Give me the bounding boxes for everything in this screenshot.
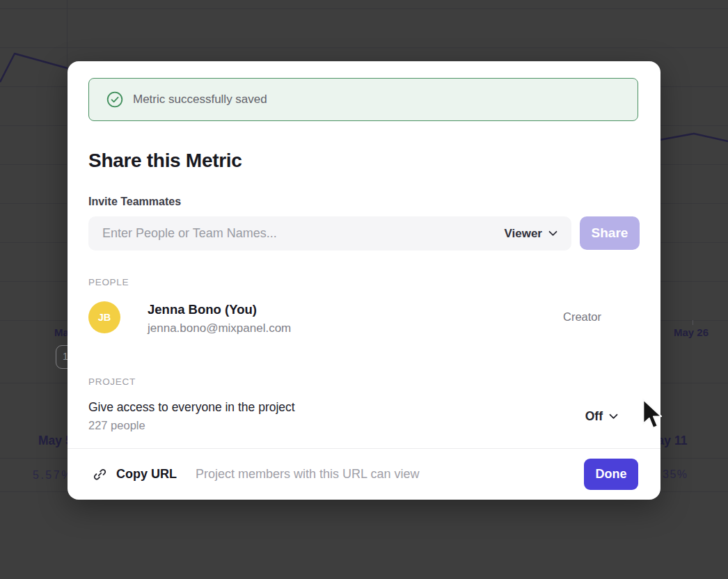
role-dropdown-value: Viewer	[504, 227, 542, 241]
project-access-dropdown[interactable]: Off	[585, 409, 618, 424]
avatar: JB	[88, 301, 120, 333]
role-dropdown[interactable]: Viewer	[504, 227, 557, 241]
chevron-down-icon	[609, 413, 618, 420]
chart-gridline	[0, 8, 728, 9]
invite-people-input[interactable]	[102, 226, 504, 241]
person-email: jenna.bono@mixpanel.com	[148, 322, 291, 335]
metric-value: 5.57%	[33, 469, 68, 482]
invite-field[interactable]: Viewer	[88, 216, 571, 251]
share-button[interactable]: Share	[580, 216, 640, 250]
person-row: JB Jenna Bono (You) jenna.bono@mixpanel.…	[88, 301, 640, 333]
people-section-label: PEOPLE	[88, 277, 129, 287]
footer-hint: Project members with this URL can view	[196, 467, 419, 482]
table-date-label: May 5	[38, 434, 68, 448]
x-axis-label: May 26	[674, 326, 709, 338]
chart-gridline	[0, 47, 728, 48]
share-metric-modal: Metric successfully saved Share this Met…	[68, 61, 660, 500]
modal-title: Share this Metric	[88, 150, 242, 172]
person-name: Jenna Bono (You)	[148, 302, 257, 317]
copy-url-label: Copy URL	[116, 467, 177, 482]
table-date-label: May 11	[660, 434, 692, 448]
link-icon	[93, 467, 107, 482]
chevron-down-icon	[548, 230, 557, 237]
invite-teammates-label: Invite Teammates	[88, 196, 181, 208]
project-people-count: 227 people	[88, 419, 145, 432]
person-role: Creator	[563, 310, 601, 324]
modal-footer: Copy URL Project members with this URL c…	[68, 449, 660, 500]
project-access-value: Off	[585, 409, 603, 424]
axis-tick	[693, 320, 693, 325]
project-section-label: PROJECT	[88, 376, 136, 387]
success-toast: Metric successfully saved	[88, 78, 638, 121]
invite-row: Viewer Share	[88, 216, 640, 251]
check-circle-icon	[106, 91, 123, 108]
project-access-title: Give access to everyone in the project	[88, 400, 295, 415]
copy-url-button[interactable]: Copy URL	[93, 467, 177, 482]
done-button[interactable]: Done	[584, 459, 638, 490]
x-axis-label: May	[54, 326, 68, 338]
toast-message: Metric successfully saved	[133, 93, 267, 106]
metric-value: 35%	[663, 468, 694, 481]
